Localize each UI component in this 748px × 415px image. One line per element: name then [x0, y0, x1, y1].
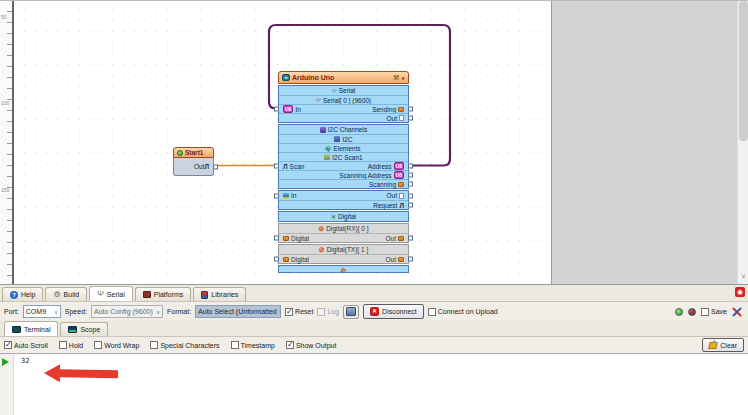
no-symbol-icon: ⊘ — [318, 225, 324, 232]
checkbox-box[interactable] — [231, 341, 239, 349]
word-wrap-checkbox[interactable]: Word Wrap — [94, 341, 139, 349]
digital-tx-in-pin[interactable] — [274, 257, 279, 262]
scrollbar-thumb[interactable] — [739, 1, 748, 141]
tab-scope[interactable]: Scope — [60, 322, 108, 336]
digital-rx-in-pin[interactable] — [274, 236, 279, 241]
arduino-header[interactable]: ∞ Arduino Uno ⚒ ∨ — [278, 71, 409, 84]
checkbox-box[interactable] — [701, 308, 709, 316]
address-out-pin[interactable] — [408, 164, 413, 169]
elements-icon — [325, 144, 332, 151]
close-connections-icon[interactable] — [732, 307, 742, 317]
panel-tab-bar: ? Help ⚙ Build Ψ Serial Platforms Librar… — [0, 285, 748, 302]
visuino-window: 50 100 150 Start1 Out Л ∞ Arduino — [0, 0, 748, 415]
port-label: Port: — [4, 308, 19, 315]
line-marker-icon — [2, 358, 9, 366]
serial-in-pin[interactable] — [274, 107, 279, 112]
checkbox-box[interactable] — [285, 308, 293, 316]
u8-type-badge: U8 — [394, 171, 404, 179]
terminal-tab-bar: Terminal Scope — [0, 321, 748, 337]
port-value: COM9 — [26, 308, 46, 315]
special-characters-checkbox[interactable]: Special Characters — [150, 341, 219, 349]
digital-tx-out-pin[interactable] — [408, 257, 413, 262]
rx-led-indicator — [688, 308, 696, 316]
special-characters-label: Special Characters — [160, 342, 219, 349]
digital-rx-out-pin[interactable] — [408, 236, 413, 241]
clear-button[interactable]: Clear — [702, 338, 744, 352]
tab-platforms[interactable]: Platforms — [135, 287, 192, 301]
tab-platforms-label: Platforms — [154, 291, 184, 298]
digital-out-label: Out — [386, 256, 396, 263]
scanning-label: Scanning — [369, 181, 396, 188]
word-wrap-label: Word Wrap — [104, 342, 139, 349]
scan-in-pin[interactable] — [274, 164, 279, 169]
start1-header[interactable]: Start1 — [173, 147, 214, 158]
i2c-in-pin[interactable] — [274, 193, 279, 198]
serial-out-pin[interactable] — [408, 116, 413, 121]
show-output-checkbox[interactable]: Show Output — [286, 341, 336, 349]
tab-build[interactable]: ⚙ Build — [45, 287, 87, 301]
send-file-button[interactable] — [343, 305, 359, 319]
port-select[interactable]: COM9 ∨ — [23, 305, 61, 318]
digital-in-label: Digital — [291, 256, 309, 263]
chevron-down-icon: ∨ — [52, 309, 58, 315]
i2c-io-group: In Out Request Л — [278, 190, 409, 210]
chevron-down-icon: ∨ — [277, 309, 281, 315]
reset-label: Reset — [295, 308, 313, 315]
timestamp-checkbox[interactable]: Timestamp — [231, 341, 275, 349]
chevron-down-icon[interactable]: ∨ — [401, 75, 405, 81]
log-checkbox[interactable]: Log — [317, 308, 339, 316]
tab-serial[interactable]: Ψ Serial — [89, 286, 133, 301]
i2c-label: I2C — [342, 136, 352, 143]
ruler-label: 100 — [1, 100, 9, 106]
request-pin[interactable] — [408, 203, 413, 208]
digital-out-label: Out — [386, 235, 396, 242]
start1-out-pin[interactable] — [213, 164, 218, 169]
checkbox-box[interactable] — [59, 341, 67, 349]
tab-help-label: Help — [21, 291, 35, 298]
checkbox-box[interactable] — [428, 308, 436, 316]
checkbox-box[interactable] — [317, 308, 325, 316]
sending-pin[interactable] — [408, 107, 413, 112]
checkbox-box[interactable] — [286, 341, 294, 349]
i2c-channels-label: I2C Channels — [328, 126, 367, 133]
scanning-pin[interactable] — [408, 182, 413, 187]
tab-help[interactable]: ? Help — [2, 287, 43, 301]
show-output-label: Show Output — [296, 342, 336, 349]
scroll-down-icon[interactable]: ˅ — [738, 273, 748, 280]
scanning-address-pin[interactable] — [408, 173, 413, 178]
checkbox-box[interactable] — [94, 341, 102, 349]
speed-select[interactable]: Auto Config (9600) ∨ — [91, 305, 163, 318]
hold-checkbox[interactable]: Hold — [59, 341, 83, 349]
tab-libraries-label: Libraries — [211, 291, 238, 298]
vertical-scrollbar[interactable]: ˅ — [737, 1, 748, 284]
disconnect-label: Disconnect — [382, 308, 417, 315]
design-canvas[interactable]: 50 100 150 Start1 Out Л ∞ Arduino — [0, 1, 748, 284]
no-symbol-icon: ⊘ — [319, 246, 325, 253]
tab-libraries[interactable]: Libraries — [193, 287, 246, 301]
tools-icon[interactable]: ⚒ — [393, 74, 399, 81]
i2c-out-pin[interactable] — [408, 193, 413, 198]
arduino-title: Arduino Uno — [292, 74, 334, 81]
auto-scroll-checkbox[interactable]: Auto Scroll — [4, 341, 48, 349]
checkbox-box[interactable] — [150, 341, 158, 349]
reset-checkbox[interactable]: Reset — [285, 308, 313, 316]
digital-pin-icon — [283, 236, 289, 241]
log-label: Log — [327, 308, 339, 315]
start1-out-label: Out — [194, 163, 204, 170]
arduino-uno-block[interactable]: ∞ Arduino Uno ⚒ ∨ Ψ Serial Ψ Serial[ 0 ]… — [278, 71, 409, 273]
disconnect-button[interactable]: ✕ Disconnect — [363, 304, 424, 319]
serial-label: Serial — [339, 87, 356, 94]
timestamp-label: Timestamp — [241, 342, 275, 349]
antenna-icon: Ψ — [316, 97, 321, 103]
address-label: Address — [368, 163, 392, 170]
terminal-output[interactable]: 32 — [0, 353, 748, 415]
save-checkbox[interactable]: Save — [701, 308, 727, 316]
connect-on-upload-checkbox[interactable]: Connect on Upload — [428, 308, 498, 316]
checkbox-box[interactable] — [4, 341, 12, 349]
stop-icon[interactable]: ◉ — [735, 287, 745, 297]
scope-icon — [68, 326, 77, 333]
tab-terminal[interactable]: Terminal — [4, 321, 58, 336]
format-select[interactable]: Auto Select (Unformatted ∨ — [195, 305, 281, 318]
output-line: 32 — [14, 354, 29, 415]
start1-block[interactable]: Start1 Out Л — [173, 147, 214, 176]
